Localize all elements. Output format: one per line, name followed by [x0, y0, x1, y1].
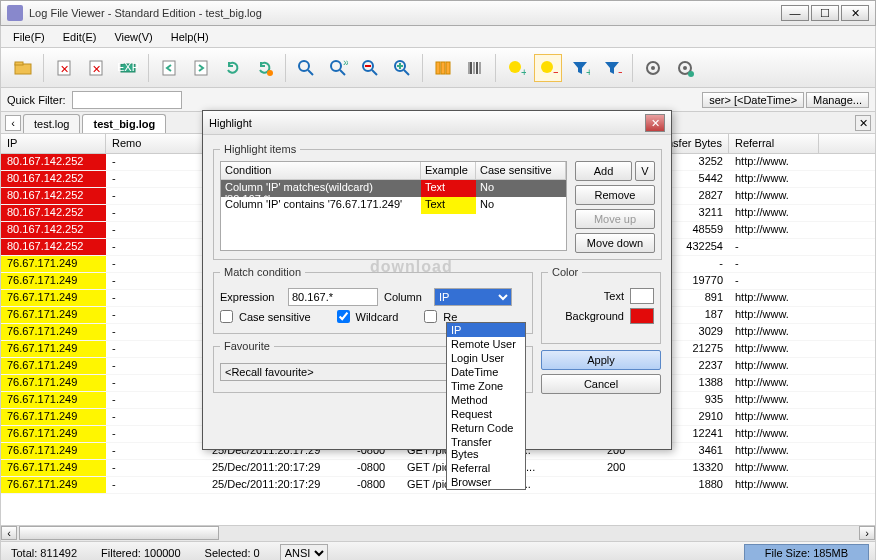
- scroll-thumb[interactable]: [19, 526, 219, 540]
- column-option[interactable]: Time Zone: [447, 379, 525, 393]
- highlight-list[interactable]: Condition Example Case sensitive Column …: [220, 161, 567, 251]
- svg-rect-8: [163, 61, 175, 75]
- tab-test-big-log[interactable]: test_big.log: [82, 114, 166, 133]
- cell-ip: 76.67.171.249: [1, 477, 106, 493]
- column-option[interactable]: Referral: [447, 461, 525, 475]
- zoom-in-icon[interactable]: [388, 54, 416, 82]
- maximize-button[interactable]: ☐: [811, 5, 839, 21]
- cell-datetime: 25/Dec/2011:20:17:29: [206, 477, 351, 493]
- remove-highlight-button[interactable]: Remove: [575, 185, 655, 205]
- column-option[interactable]: Login User: [447, 351, 525, 365]
- case-sensitive-checkbox[interactable]: [220, 310, 233, 323]
- page-next-icon[interactable]: [187, 54, 215, 82]
- cancel-button[interactable]: Cancel: [541, 374, 661, 394]
- column-option[interactable]: Transfer Bytes: [447, 435, 525, 461]
- add-highlight-button[interactable]: Add: [575, 161, 632, 181]
- settings-icon[interactable]: [639, 54, 667, 82]
- cell-ip: 76.67.171.249: [1, 426, 106, 442]
- match-legend: Match condition: [220, 266, 305, 278]
- hl-col-condition[interactable]: Condition: [221, 162, 421, 179]
- menu-view[interactable]: View(V): [106, 29, 160, 45]
- text-color-swatch[interactable]: [630, 288, 654, 304]
- zoom-out-icon[interactable]: [356, 54, 384, 82]
- column-option[interactable]: Remote User: [447, 337, 525, 351]
- highlight-add-icon[interactable]: +: [502, 54, 530, 82]
- wildcard-checkbox[interactable]: [337, 310, 350, 323]
- cell-ip: 76.67.171.249: [1, 307, 106, 323]
- expression-input[interactable]: [288, 288, 378, 306]
- column-option[interactable]: Browser: [447, 475, 525, 489]
- settings2-icon[interactable]: [671, 54, 699, 82]
- col-ip[interactable]: IP: [1, 134, 106, 153]
- col-remote[interactable]: Remo: [106, 134, 206, 153]
- tab-close-button[interactable]: ✕: [855, 115, 871, 131]
- cell-referral: http://www.: [729, 443, 819, 459]
- column-option[interactable]: Return Code: [447, 421, 525, 435]
- filter-add-icon[interactable]: +: [566, 54, 594, 82]
- highlight-item[interactable]: Column 'IP' matches(wildcard) '80.167.*'…: [221, 180, 566, 197]
- regex-checkbox[interactable]: [424, 310, 437, 323]
- column-option[interactable]: Request: [447, 407, 525, 421]
- columns-icon[interactable]: [429, 54, 457, 82]
- apply-button[interactable]: Apply: [541, 350, 661, 370]
- tab-prev-button[interactable]: ‹: [5, 115, 21, 131]
- scroll-right-button[interactable]: ›: [859, 526, 875, 540]
- column-option[interactable]: Method: [447, 393, 525, 407]
- quick-filter-input[interactable]: [72, 91, 182, 109]
- col-referral[interactable]: Referral: [729, 134, 819, 153]
- add-highlight-dropdown-button[interactable]: V: [635, 161, 655, 181]
- search-again-icon[interactable]: »: [324, 54, 352, 82]
- filter-remove-icon[interactable]: −: [598, 54, 626, 82]
- highlight-remove-icon[interactable]: −: [534, 54, 562, 82]
- column-option[interactable]: IP: [447, 323, 525, 337]
- scroll-left-button[interactable]: ‹: [1, 526, 17, 540]
- menu-edit[interactable]: Edit(E): [55, 29, 105, 45]
- quick-filter-bar: Quick Filter: ser> [<DateTime> Manage...: [0, 88, 876, 112]
- menu-help[interactable]: Help(H): [163, 29, 217, 45]
- tab-test-log[interactable]: test.log: [23, 114, 80, 133]
- cell-referral: http://www.: [729, 290, 819, 306]
- table-row[interactable]: 76.67.171.249-25/Dec/2011:20:17:29-0800G…: [1, 460, 875, 477]
- delete-icon[interactable]: ✕: [50, 54, 78, 82]
- cell-ip: 76.67.171.249: [1, 375, 106, 391]
- minimize-button[interactable]: —: [781, 5, 809, 21]
- manage-button[interactable]: Manage...: [806, 92, 869, 108]
- table-row[interactable]: 76.67.171.249-25/Dec/2011:20:17:29-0800G…: [1, 477, 875, 494]
- dialog-close-button[interactable]: ✕: [645, 114, 665, 132]
- horizontal-scrollbar[interactable]: ‹ ›: [0, 526, 876, 542]
- dialog-title: Highlight: [209, 117, 645, 129]
- fields-button[interactable]: ser> [<DateTime>: [702, 92, 804, 108]
- cell-ip: 76.67.171.249: [1, 460, 106, 476]
- open-icon[interactable]: [9, 54, 37, 82]
- column-dropdown-list[interactable]: IPRemote UserLogin UserDateTimeTime Zone…: [446, 322, 526, 490]
- hl-col-example[interactable]: Example: [421, 162, 476, 179]
- svg-line-20: [404, 70, 409, 75]
- delete2-icon[interactable]: ✕: [82, 54, 110, 82]
- moveup-button[interactable]: Move up: [575, 209, 655, 229]
- movedown-button[interactable]: Move down: [575, 233, 655, 253]
- highlight-item[interactable]: Column 'IP' contains '76.67.171.249'Text…: [221, 197, 566, 214]
- close-button[interactable]: ✕: [841, 5, 869, 21]
- column-select[interactable]: IP: [434, 288, 512, 306]
- svg-text:✕: ✕: [60, 63, 69, 75]
- bg-color-swatch[interactable]: [630, 308, 654, 324]
- column-option[interactable]: DateTime: [447, 365, 525, 379]
- cell-ip: 76.67.171.249: [1, 443, 106, 459]
- refresh-icon[interactable]: [219, 54, 247, 82]
- encoding-select[interactable]: ANSI: [280, 544, 328, 561]
- text-color-label: Text: [548, 290, 624, 302]
- dialog-titlebar[interactable]: Highlight ✕: [203, 111, 671, 135]
- bg-color-label: Background: [548, 310, 624, 322]
- barcode-icon[interactable]: [461, 54, 489, 82]
- page-prev-icon[interactable]: [155, 54, 183, 82]
- favourite-select[interactable]: <Recall favourite>: [220, 363, 475, 381]
- menu-file[interactable]: File(F): [5, 29, 53, 45]
- cell-referral: http://www.: [729, 409, 819, 425]
- cell-ip: 76.67.171.249: [1, 341, 106, 357]
- auto-refresh-icon[interactable]: [251, 54, 279, 82]
- search-icon[interactable]: [292, 54, 320, 82]
- cell-remote: -: [106, 239, 206, 255]
- highlight-dialog: Highlight ✕ Highlight items Condition Ex…: [202, 110, 672, 450]
- export-icon[interactable]: EXP: [114, 54, 142, 82]
- hl-col-case[interactable]: Case sensitive: [476, 162, 566, 179]
